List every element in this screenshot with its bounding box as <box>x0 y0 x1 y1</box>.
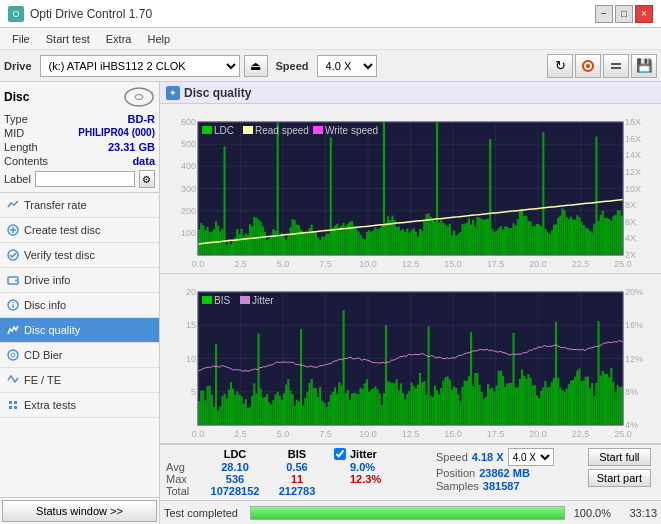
disc-header-title: Disc <box>4 90 29 104</box>
settings-button[interactable] <box>603 54 629 78</box>
start-full-button[interactable]: Start full <box>588 448 651 466</box>
speed-stat-select[interactable]: 4.0 X <box>508 448 554 466</box>
menu-help[interactable]: Help <box>139 31 178 47</box>
nav-create-test-disc[interactable]: Create test disc <box>0 218 159 243</box>
right-panel: ✦ Disc quality LDC BIS <box>160 82 661 524</box>
maximize-button[interactable]: □ <box>615 5 633 23</box>
bottom-stats: LDC BIS Avg 28.10 0.56 Max 536 11 Tota <box>160 444 661 500</box>
refresh-button[interactable]: ↻ <box>547 54 573 78</box>
disc-quality-header-icon: ✦ <box>166 86 180 100</box>
disc-header: Disc <box>4 86 155 108</box>
total-bis: 212783 <box>266 485 328 497</box>
speed-select[interactable]: 4.0 X <box>317 55 377 77</box>
svg-point-12 <box>15 280 17 282</box>
disc-label-label: Label <box>4 173 31 185</box>
disc-label-row: Label ⚙ <box>4 170 155 188</box>
status-text: Test completed <box>164 507 244 519</box>
eject-button[interactable]: ⏏ <box>244 55 268 77</box>
close-button[interactable]: × <box>635 5 653 23</box>
speed-label: Speed <box>272 60 313 72</box>
menu-extra[interactable]: Extra <box>98 31 140 47</box>
verify-test-disc-icon <box>6 248 20 262</box>
disc-info-panel: Disc Type BD-R MID PHILIPR04 (000) Lengt… <box>0 82 159 193</box>
app-icon: O <box>8 6 24 22</box>
avg-bis: 0.56 <box>266 461 328 473</box>
menu-bar: File Start test Extra Help <box>0 28 661 50</box>
nav-menu: Transfer rate Create test disc Verify te… <box>0 193 159 497</box>
max-ldc: 536 <box>204 473 266 485</box>
nav-disc-quality[interactable]: Disc quality <box>0 318 159 343</box>
avg-jitter: 9.0% <box>334 461 428 473</box>
minimize-button[interactable]: − <box>595 5 613 23</box>
speed-stat-value: 4.18 X <box>472 451 504 463</box>
disc-mid-label: MID <box>4 127 24 139</box>
disc-contents-value: data <box>132 155 155 167</box>
cd-bier-icon <box>6 348 20 362</box>
disc-label-input[interactable] <box>35 171 135 187</box>
svg-point-16 <box>8 350 18 360</box>
svg-point-4 <box>125 88 153 106</box>
disc-mid-row: MID PHILIPR04 (000) <box>4 126 155 140</box>
chart2-canvas <box>160 274 661 443</box>
nav-extra-tests[interactable]: Extra tests <box>0 393 159 418</box>
menu-file[interactable]: File <box>4 31 38 47</box>
nav-verify-test-disc[interactable]: Verify test disc <box>0 243 159 268</box>
time-text: 33:13 <box>617 507 657 519</box>
nav-cd-bier[interactable]: CD Bier <box>0 343 159 368</box>
toolbar-buttons: ↻ 💾 <box>547 54 657 78</box>
jitter-checkbox[interactable] <box>334 448 346 460</box>
nav-disc-info[interactable]: Disc info <box>0 293 159 318</box>
title-bar-controls: − □ × <box>595 5 653 23</box>
max-bis: 11 <box>266 473 328 485</box>
status-window-button[interactable]: Status window >> <box>2 500 157 522</box>
speed-stat-label: Speed <box>436 451 468 463</box>
app-title: Opti Drive Control 1.70 <box>30 7 152 21</box>
burn-button[interactable] <box>575 54 601 78</box>
svg-rect-20 <box>9 406 12 409</box>
jitter-label: Jitter <box>350 448 377 460</box>
drive-select[interactable]: (k:) ATAPI iHBS112 2 CLOK <box>40 55 240 77</box>
svg-rect-19 <box>14 401 17 404</box>
disc-type-row: Type BD-R <box>4 112 155 126</box>
disc-length-label: Length <box>4 141 38 153</box>
disc-mid-value: PHILIPR04 (000) <box>78 127 155 139</box>
total-label: Total <box>166 485 204 497</box>
disc-type-value: BD-R <box>128 113 156 125</box>
bis-header: BIS <box>266 448 328 460</box>
main-content: Disc Type BD-R MID PHILIPR04 (000) Lengt… <box>0 82 661 524</box>
svg-point-14 <box>12 302 14 304</box>
svg-rect-21 <box>14 406 17 409</box>
nav-fe-te[interactable]: FE / TE <box>0 368 159 393</box>
chart2-container <box>160 274 661 444</box>
drive-bar: Drive (k:) ATAPI iHBS112 2 CLOK ⏏ Speed … <box>0 50 661 82</box>
disc-contents-label: Contents <box>4 155 48 167</box>
start-part-button[interactable]: Start part <box>588 469 651 487</box>
disc-info-icon <box>6 298 20 312</box>
charts-area <box>160 104 661 444</box>
svg-point-17 <box>11 353 15 357</box>
drive-info-icon <box>6 273 20 287</box>
samples-label: Samples <box>436 480 479 492</box>
save-button[interactable]: 💾 <box>631 54 657 78</box>
ldc-header: LDC <box>204 448 266 460</box>
avg-label: Avg <box>166 461 204 473</box>
disc-label-button[interactable]: ⚙ <box>139 170 155 188</box>
disc-quality-title: Disc quality <box>184 86 251 100</box>
nav-drive-info[interactable]: Drive info <box>0 268 159 293</box>
disc-length-row: Length 23.31 GB <box>4 140 155 154</box>
title-bar-left: O Opti Drive Control 1.70 <box>8 6 152 22</box>
progress-bar-area: Test completed 100.0% 33:13 <box>160 500 661 524</box>
disc-type-label: Type <box>4 113 28 125</box>
nav-transfer-rate[interactable]: Transfer rate <box>0 193 159 218</box>
svg-point-5 <box>135 95 143 100</box>
disc-quality-header: ✦ Disc quality <box>160 82 661 104</box>
disc-quality-icon <box>6 323 20 337</box>
svg-rect-2 <box>611 63 621 65</box>
progress-bar-outer <box>250 506 565 520</box>
transfer-rate-icon <box>6 198 20 212</box>
menu-start-test[interactable]: Start test <box>38 31 98 47</box>
chart1-canvas <box>160 104 661 273</box>
samples-value: 381587 <box>483 480 520 492</box>
disc-icon <box>123 86 155 108</box>
max-label: Max <box>166 473 204 485</box>
